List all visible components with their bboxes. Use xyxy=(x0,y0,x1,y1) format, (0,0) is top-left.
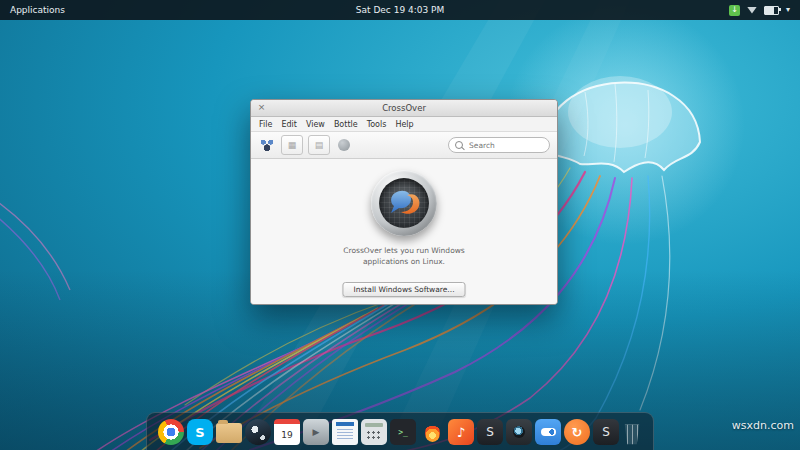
status-area: ↓ ▾ xyxy=(729,5,800,16)
menu-bar: File Edit View Bottle Tools Help xyxy=(251,117,557,132)
crossover-logo xyxy=(371,170,437,236)
window-titlebar[interactable]: × CrossOver xyxy=(251,100,557,117)
updates-indicator-icon[interactable]: ↓ xyxy=(729,5,740,16)
toolbar: ▦ ▤ xyxy=(251,132,557,159)
dock-item-s-dark-app-2[interactable] xyxy=(593,419,619,445)
dock-item-steam[interactable] xyxy=(245,419,271,445)
search-box xyxy=(448,137,550,153)
dock-item-files[interactable] xyxy=(216,423,242,443)
dock-item-camera[interactable] xyxy=(506,419,532,445)
dock-item-calculator[interactable] xyxy=(361,419,387,445)
dock-item-music[interactable] xyxy=(448,419,474,445)
clock[interactable]: Sat Dec 19 4:03 PM xyxy=(356,5,444,15)
crossover-window: × CrossOver File Edit View Bottle Tools … xyxy=(250,99,558,305)
window-content: CrossOver lets you run Windows applicati… xyxy=(251,159,557,304)
window-description: CrossOver lets you run Windows applicati… xyxy=(329,246,479,268)
session-chevron-icon[interactable]: ▾ xyxy=(786,6,790,14)
dock-item-calendar[interactable] xyxy=(274,419,300,445)
window-title: CrossOver xyxy=(382,103,426,113)
dock-item-writer-document[interactable] xyxy=(332,419,358,445)
dock-item-skype[interactable] xyxy=(187,419,213,445)
dock-item-media-app[interactable] xyxy=(303,419,329,445)
crossover-logo-emblem-icon xyxy=(379,178,429,228)
menu-help[interactable]: Help xyxy=(395,120,413,129)
menu-view[interactable]: View xyxy=(306,120,325,129)
network-icon[interactable] xyxy=(747,7,757,14)
installers-button-icon[interactable]: ▦ xyxy=(281,135,303,155)
top-panel: Applications Sat Dec 19 4:03 PM ↓ ▾ xyxy=(0,0,800,20)
search-input[interactable] xyxy=(467,140,543,151)
desktop: Applications Sat Dec 19 4:03 PM ↓ ▾ × Cr… xyxy=(0,0,800,450)
menu-edit[interactable]: Edit xyxy=(281,120,297,129)
dock-item-trash[interactable] xyxy=(622,419,642,445)
dock-item-sync[interactable] xyxy=(564,419,590,445)
search-icon xyxy=(455,141,463,149)
archive-button-icon[interactable]: ▤ xyxy=(308,135,330,155)
install-windows-software-button[interactable]: Install Windows Software... xyxy=(342,282,465,297)
dock-item-chrome[interactable] xyxy=(158,419,184,445)
close-icon[interactable]: × xyxy=(256,102,267,113)
menu-file[interactable]: File xyxy=(259,120,272,129)
bottle-manager-icon[interactable] xyxy=(258,137,276,153)
run-command-icon[interactable] xyxy=(338,139,350,151)
dock-item-terminal[interactable] xyxy=(390,419,416,445)
dock xyxy=(146,412,654,450)
dock-item-flame[interactable] xyxy=(419,419,445,445)
battery-icon[interactable] xyxy=(764,6,779,15)
dock-item-s-dark-app-1[interactable] xyxy=(477,419,503,445)
dock-item-settings-toggle[interactable] xyxy=(535,419,561,445)
menu-tools[interactable]: Tools xyxy=(367,120,387,129)
menu-bottle[interactable]: Bottle xyxy=(334,120,358,129)
applications-menu[interactable]: Applications xyxy=(0,5,75,15)
watermark: wsxdn.com xyxy=(732,419,794,432)
